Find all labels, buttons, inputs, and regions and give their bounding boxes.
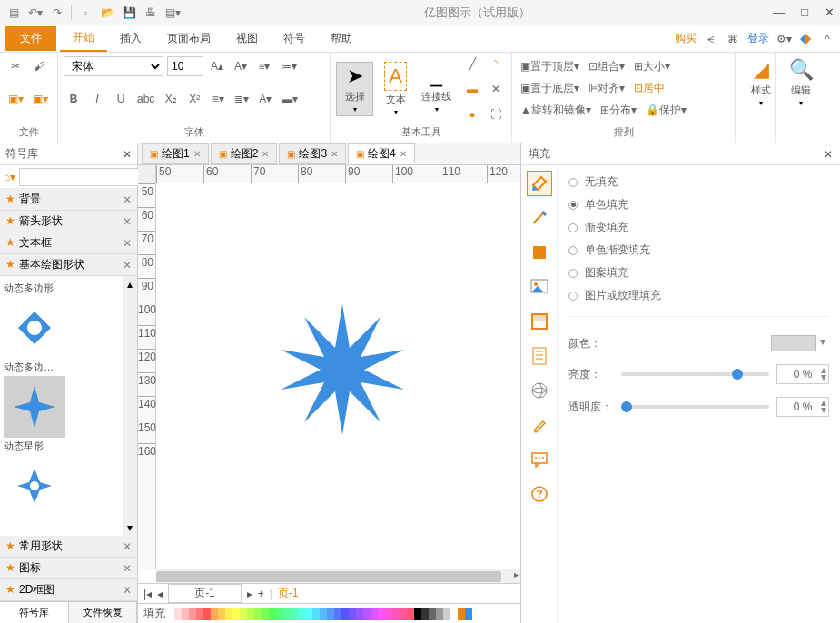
- opacity-slider[interactable]: [621, 405, 769, 409]
- bold-icon[interactable]: B: [64, 89, 84, 109]
- close-icon[interactable]: ✕: [123, 259, 132, 272]
- open-icon[interactable]: 📂: [99, 5, 115, 21]
- category-common[interactable]: ★常用形状✕: [0, 536, 137, 558]
- superscript-icon[interactable]: X²: [184, 89, 204, 109]
- close-icon[interactable]: ✕: [123, 237, 132, 250]
- shape-thumb-diamond[interactable]: [4, 297, 65, 359]
- connector-tool-button[interactable]: ⎯连接线▾: [418, 63, 455, 115]
- align-button[interactable]: ⊫ 对齐▾: [586, 78, 628, 98]
- edit-button[interactable]: 🔍编辑▾: [781, 56, 821, 109]
- close-icon[interactable]: ✕: [193, 149, 201, 159]
- line-tab-icon[interactable]: [527, 205, 552, 231]
- font-size-input[interactable]: [167, 56, 203, 76]
- font-name-select[interactable]: 宋体: [64, 56, 163, 76]
- doc-tab-3[interactable]: ▣绘图3✕: [279, 143, 346, 164]
- file-menu-button[interactable]: 文件: [5, 26, 56, 51]
- close-icon[interactable]: ✕: [331, 149, 338, 159]
- save-icon[interactable]: 💾: [121, 5, 137, 21]
- pencil-tab-icon[interactable]: [527, 412, 552, 438]
- redo-icon[interactable]: ↷: [49, 5, 65, 21]
- close-button[interactable]: ✕: [825, 5, 835, 19]
- login-link[interactable]: 登录: [747, 31, 769, 46]
- horizontal-scrollbar[interactable]: ▸: [156, 569, 520, 583]
- copy-icon[interactable]: ▣▾: [5, 89, 26, 109]
- minimize-button[interactable]: —: [773, 5, 785, 19]
- shape-thumb-4star[interactable]: [4, 455, 65, 517]
- print-icon[interactable]: 🖶: [143, 5, 159, 21]
- close-icon[interactable]: ✕: [123, 193, 132, 206]
- doc-tab-1[interactable]: ▣绘图1✕: [142, 143, 209, 164]
- italic-icon[interactable]: I: [87, 89, 107, 109]
- help-tab-icon[interactable]: ?: [527, 481, 552, 507]
- menu-symbol[interactable]: 符号: [271, 26, 318, 51]
- line-spacing-icon[interactable]: ≡▾: [254, 56, 274, 76]
- category-textbox[interactable]: ★文本框✕: [0, 232, 137, 254]
- undo-icon[interactable]: ↶▾: [27, 5, 44, 21]
- export-icon[interactable]: ▤▾: [164, 5, 181, 21]
- center-button[interactable]: ⊡ 居中: [631, 78, 667, 98]
- fill-option-none[interactable]: 无填充: [568, 174, 829, 190]
- arc-icon[interactable]: ◝: [486, 54, 506, 74]
- align-v-icon[interactable]: ≣▾: [232, 89, 252, 109]
- fill-option-pattern[interactable]: 图案填充: [568, 265, 829, 281]
- fill-option-solid[interactable]: 单色填充: [568, 197, 829, 213]
- page-label[interactable]: 页-1: [168, 584, 242, 603]
- buy-link[interactable]: 购买: [675, 31, 697, 46]
- maximize-button[interactable]: □: [801, 5, 808, 19]
- settings-icon[interactable]: ⚙▾: [776, 32, 791, 46]
- group-button[interactable]: ⊡ 组合▾: [586, 56, 628, 76]
- share-icon[interactable]: ⪪: [704, 32, 718, 46]
- close-icon[interactable]: ✕: [123, 215, 132, 228]
- theme-tab-icon[interactable]: [527, 309, 552, 334]
- rotate-button[interactable]: ▲ 旋转和镜像▾: [518, 100, 594, 120]
- color-swatch[interactable]: [771, 335, 816, 351]
- color-dropdown-icon[interactable]: ▾: [816, 335, 829, 351]
- close-icon[interactable]: ✕: [123, 148, 132, 161]
- doc-tab-4[interactable]: ▣绘图4✕: [348, 143, 415, 164]
- globe-tab-icon[interactable]: [527, 378, 552, 403]
- line-icon[interactable]: ╱: [462, 54, 482, 74]
- category-icons[interactable]: ★图标✕: [0, 558, 137, 579]
- close-icon[interactable]: ✕: [123, 540, 132, 553]
- add-page-icon[interactable]: +: [258, 588, 264, 600]
- cloud-icon[interactable]: ⌘: [726, 32, 740, 46]
- size-button[interactable]: ⊞ 大小▾: [631, 56, 673, 76]
- page-tab-icon[interactable]: [527, 343, 552, 369]
- close-icon[interactable]: ✕: [123, 562, 132, 575]
- tab-symbol-library[interactable]: 符号库: [0, 602, 69, 623]
- subscript-icon[interactable]: X₂: [161, 89, 181, 109]
- paste-icon[interactable]: ▣▾: [30, 89, 51, 109]
- highlight-icon[interactable]: ▬▾: [279, 89, 301, 109]
- menu-pagelayout[interactable]: 页面布局: [154, 26, 223, 51]
- menu-insert[interactable]: 插入: [107, 26, 154, 51]
- opacity-spinbox[interactable]: 0 %▴▾: [776, 397, 829, 417]
- decrease-font-icon[interactable]: A▾: [231, 56, 251, 76]
- fill-option-mono-gradient[interactable]: 单色渐变填充: [568, 242, 829, 258]
- select-tool-button[interactable]: ➤选择▾: [336, 62, 373, 116]
- fill-option-gradient[interactable]: 渐变填充: [568, 220, 829, 235]
- shape-thumb-star-selected[interactable]: [4, 376, 65, 438]
- bring-front-button[interactable]: ▣ 置于顶层▾: [518, 56, 582, 76]
- close-icon[interactable]: ✕: [824, 148, 833, 161]
- collapse-ribbon-icon[interactable]: ^: [820, 32, 835, 46]
- star-shape[interactable]: [274, 302, 410, 438]
- close-icon[interactable]: ✕: [123, 584, 132, 597]
- edraw-logo-icon[interactable]: [798, 32, 813, 46]
- category-background[interactable]: ★背景✕: [0, 189, 137, 211]
- picture-tab-icon[interactable]: [527, 274, 552, 300]
- cross-icon[interactable]: ✕: [486, 79, 506, 99]
- next-page-icon[interactable]: ▸: [247, 588, 252, 600]
- distribute-button[interactable]: ⊞ 分布▾: [598, 100, 639, 120]
- brightness-spinbox[interactable]: 0 %▴▾: [776, 364, 829, 384]
- format-painter-icon[interactable]: 🖌: [29, 56, 49, 76]
- font-color-icon[interactable]: A▾: [255, 89, 275, 109]
- text-tool-button[interactable]: A文本▾: [377, 60, 414, 118]
- tab-file-recovery[interactable]: 文件恢复: [69, 602, 138, 623]
- increase-font-icon[interactable]: A▴: [207, 56, 227, 76]
- prev-page-icon[interactable]: ◂: [157, 588, 163, 600]
- brightness-slider[interactable]: [621, 372, 769, 376]
- cut-icon[interactable]: ✂: [5, 56, 25, 76]
- close-icon[interactable]: ✕: [400, 149, 407, 159]
- shadow-tab-icon[interactable]: [527, 240, 552, 265]
- align-h-icon[interactable]: ≡▾: [208, 89, 228, 109]
